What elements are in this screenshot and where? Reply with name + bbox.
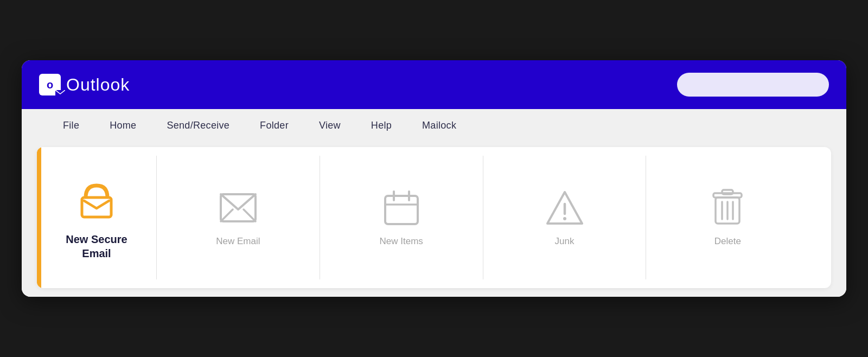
outlook-window: o Outlook File Home Send/Receive Folder … [22, 60, 846, 297]
app-title: Outlook [66, 75, 130, 95]
new-items-label: New Items [380, 236, 423, 247]
calendar-icon [382, 188, 421, 227]
new-email-button[interactable]: New Email [157, 147, 320, 288]
o-letter-icon: o [47, 79, 53, 91]
outlook-icon-box: o [39, 74, 61, 95]
warning-icon [545, 188, 584, 227]
menu-item-home[interactable]: Home [94, 109, 151, 142]
menu-item-file[interactable]: File [48, 109, 94, 142]
svg-line-5 [221, 209, 233, 221]
junk-button[interactable]: Junk [483, 147, 646, 288]
mailock-secure-icon [72, 175, 121, 224]
delete-label: Delete [714, 236, 741, 247]
menu-item-send-receive[interactable]: Send/Receive [151, 109, 245, 142]
new-items-button[interactable]: New Items [320, 147, 483, 288]
menu-item-help[interactable]: Help [356, 109, 407, 142]
new-email-label: New Email [216, 236, 260, 247]
ribbon: New Secure Email [22, 142, 846, 297]
svg-point-12 [563, 217, 566, 220]
envelope-icon [219, 188, 258, 227]
new-secure-email-label-group: New Secure Email [66, 232, 127, 260]
delete-button[interactable]: Delete [646, 147, 809, 288]
new-secure-email-label: New Secure Email [66, 232, 127, 260]
menu-item-view[interactable]: View [304, 109, 356, 142]
trash-icon [708, 188, 747, 227]
new-secure-email-button[interactable]: New Secure Email [37, 147, 156, 288]
envelope-overlay-icon [55, 90, 65, 98]
svg-rect-14 [722, 190, 733, 194]
title-bar: o Outlook [22, 60, 846, 109]
menu-bar: File Home Send/Receive Folder View Help … [22, 109, 846, 142]
junk-label: Junk [555, 236, 575, 247]
accent-bar [37, 147, 41, 288]
svg-line-6 [244, 209, 256, 221]
menu-item-folder[interactable]: Folder [245, 109, 304, 142]
search-input[interactable] [677, 73, 829, 97]
menu-item-mailock[interactable]: Mailock [407, 109, 471, 142]
ribbon-content: New Secure Email [37, 147, 831, 288]
outlook-logo: o Outlook [39, 74, 130, 95]
svg-rect-7 [385, 196, 418, 224]
title-bar-left: o Outlook [39, 74, 130, 95]
